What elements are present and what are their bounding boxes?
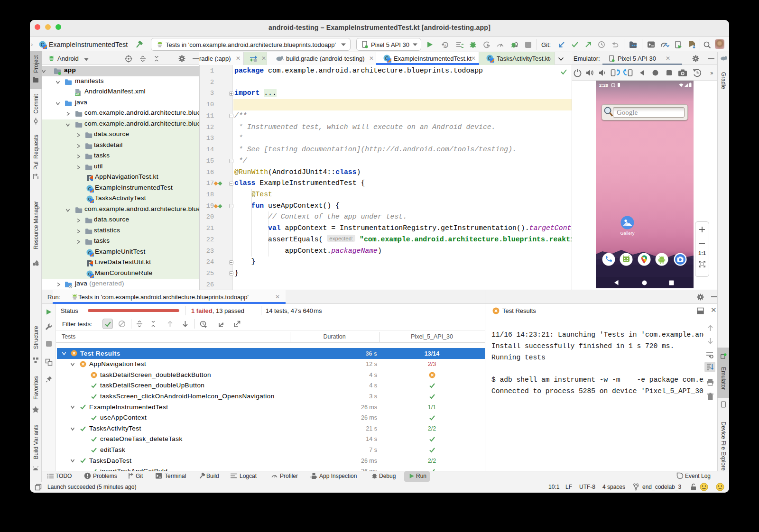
svg-text:A: A xyxy=(444,44,447,48)
svg-text:MF: MF xyxy=(75,93,80,96)
